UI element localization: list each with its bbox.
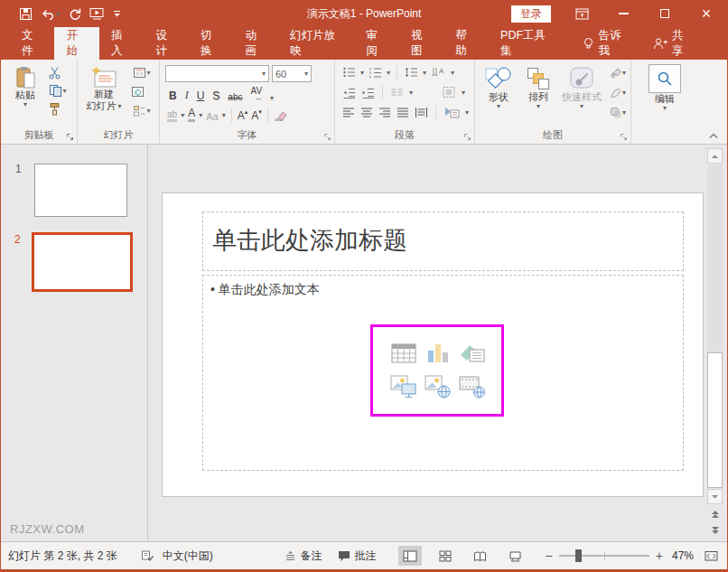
cut-button[interactable] <box>46 65 62 80</box>
shapes-button[interactable]: 形状 ▾ <box>481 66 517 109</box>
align-right-button[interactable] <box>378 107 391 118</box>
dropdown-arrow-icon[interactable]: ▾ <box>270 94 274 102</box>
tab-animations[interactable]: 动画 <box>233 27 277 60</box>
slide-editing-surface[interactable]: 单击此处添加标题 • 单击此处添加文本 <box>162 192 704 497</box>
shrink-font-button[interactable]: A▾ <box>251 108 262 122</box>
font-color-button[interactable]: A <box>188 108 195 122</box>
convert-smartart-button[interactable] <box>443 106 460 118</box>
previous-slide-button[interactable] <box>709 508 722 520</box>
strikethrough-button[interactable]: abc <box>228 88 242 102</box>
scroll-down-button[interactable] <box>707 489 723 504</box>
tab-review[interactable]: 审阅 <box>355 27 399 60</box>
font-name-combobox[interactable]: ▾ <box>165 65 269 82</box>
zoom-slider-thumb[interactable] <box>575 549 582 562</box>
justify-button[interactable] <box>397 107 409 118</box>
fit-slide-to-window-button[interactable] <box>705 549 718 562</box>
tab-help[interactable]: 帮助 <box>444 27 489 60</box>
editing-button[interactable]: 编辑 ▾ <box>647 64 683 111</box>
online-pictures-icon[interactable] <box>425 374 452 399</box>
zoom-slider[interactable] <box>559 555 649 557</box>
tab-file[interactable]: 文件 <box>10 27 54 60</box>
start-slideshow-button[interactable] <box>89 7 105 21</box>
slide-counter[interactable]: 幻灯片 第 2 张, 共 2 张 <box>8 549 117 564</box>
change-case-button[interactable]: Aa <box>206 108 218 122</box>
line-spacing-button[interactable] <box>404 66 418 79</box>
columns-button[interactable] <box>390 87 404 98</box>
insert-picture-icon[interactable] <box>390 374 417 399</box>
tab-pdf-tools[interactable]: PDF工具集 <box>489 27 565 60</box>
clipboard-dialog-launcher-icon[interactable] <box>66 133 74 141</box>
align-left-button[interactable] <box>342 107 355 118</box>
copy-button[interactable]: ▾ <box>46 83 70 98</box>
decrease-indent-button[interactable] <box>342 87 356 98</box>
drawing-dialog-launcher-icon[interactable] <box>620 133 628 141</box>
insert-video-icon[interactable] <box>459 374 486 399</box>
paragraph-dialog-launcher-icon[interactable] <box>463 133 471 141</box>
tab-slideshow[interactable]: 幻灯片放映 <box>278 27 355 60</box>
zoom-level[interactable]: 47% <box>672 549 694 562</box>
font-size-combobox[interactable]: 60▾ <box>272 65 312 82</box>
insert-smartart-icon[interactable] <box>459 341 486 365</box>
tab-tell-me[interactable]: 告诉我 <box>571 27 641 60</box>
distribute-text-button[interactable] <box>415 107 428 118</box>
slide-layout-button[interactable]: ▾ <box>129 65 154 80</box>
collapse-ribbon-icon[interactable] <box>708 132 719 139</box>
slide-2-thumbnail[interactable] <box>32 232 133 292</box>
increase-indent-button[interactable] <box>361 87 375 98</box>
sign-in-button[interactable]: 登录 <box>511 5 551 23</box>
dropdown-arrow-icon[interactable]: ▾ <box>56 10 60 18</box>
shape-outline-button[interactable]: ▾ <box>607 85 629 100</box>
notes-button[interactable]: 备注 <box>285 549 322 564</box>
bold-button[interactable]: B <box>169 88 177 102</box>
character-spacing-button[interactable]: AV↔ <box>250 88 262 102</box>
section-button[interactable]: ▾ <box>129 103 154 118</box>
scrollbar-thumb[interactable] <box>707 352 723 488</box>
reset-slide-button[interactable] <box>129 84 145 99</box>
customize-qat-button[interactable] <box>113 10 121 18</box>
shape-effects-button[interactable]: ▾ <box>607 105 629 120</box>
ribbon-display-options-button[interactable] <box>561 0 602 27</box>
zoom-out-button[interactable]: − <box>546 549 553 563</box>
align-text-button[interactable] <box>442 86 456 98</box>
grow-font-button[interactable]: A▴ <box>238 108 248 122</box>
arrange-button[interactable]: 排列 ▾ <box>520 66 556 109</box>
bullets-button[interactable] <box>342 66 356 79</box>
slideshow-view-button[interactable] <box>504 546 527 566</box>
text-shadow-button[interactable]: S <box>212 88 219 102</box>
numbering-button[interactable] <box>369 66 382 79</box>
tab-design[interactable]: 设计 <box>144 27 188 60</box>
tab-share[interactable]: 共享 <box>641 27 704 60</box>
insert-table-icon[interactable] <box>390 341 417 365</box>
close-button[interactable]: × <box>686 0 727 27</box>
language-indicator[interactable]: 中文(中国) <box>163 549 213 564</box>
save-button[interactable] <box>19 7 33 21</box>
tab-transitions[interactable]: 切换 <box>189 27 233 60</box>
scroll-up-button[interactable] <box>707 148 723 164</box>
tab-home[interactable]: 开始 <box>54 27 98 60</box>
slide-1-thumbnail[interactable] <box>34 164 127 217</box>
tab-view[interactable]: 视图 <box>399 27 443 60</box>
format-painter-button[interactable] <box>46 101 62 117</box>
redo-button[interactable] <box>68 7 81 20</box>
underline-button[interactable]: U <box>197 88 205 102</box>
paste-button[interactable]: 粘贴 ▾ <box>8 66 42 108</box>
text-direction-button[interactable]: A <box>431 66 446 79</box>
slide-sorter-view-button[interactable] <box>434 546 457 566</box>
quick-styles-button[interactable]: 快速样式 ▾ <box>558 66 605 109</box>
reading-view-button[interactable] <box>469 546 492 566</box>
align-center-button[interactable] <box>360 107 373 118</box>
text-highlight-button[interactable]: ab <box>167 108 177 122</box>
insert-chart-icon[interactable] <box>425 341 452 365</box>
spellcheck-button[interactable] <box>141 549 154 562</box>
maximize-button[interactable] <box>644 0 686 27</box>
new-slide-button[interactable]: 新建 幻灯片▾ <box>83 66 125 112</box>
minimize-button[interactable] <box>602 0 644 27</box>
comments-button[interactable]: 批注 <box>338 549 377 564</box>
shape-fill-button[interactable]: ▾ <box>607 65 629 80</box>
undo-button[interactable]: ▾ <box>41 8 60 20</box>
font-dialog-launcher-icon[interactable] <box>323 133 331 141</box>
zoom-in-button[interactable]: + <box>656 549 663 563</box>
clear-formatting-button[interactable] <box>274 109 287 121</box>
normal-view-button[interactable] <box>398 546 422 566</box>
title-placeholder[interactable]: 单击此处添加标题 <box>202 211 684 271</box>
